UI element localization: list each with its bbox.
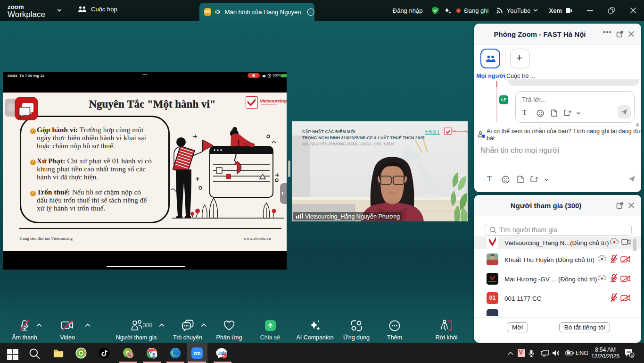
svg-text:FAST: FAST — [425, 129, 441, 134]
svg-text:5: 5 — [631, 354, 633, 358]
svg-text:5+: 5+ — [223, 355, 226, 358]
svg-text:MS. NGUYỄN PHƯƠNG HẰNG. ACCA.: MS. NGUYỄN PHƯƠNG HẰNG. ACCA. CPA. SIRM — [302, 141, 394, 146]
svg-text:CẬP NHẬT CÁC ĐIỂM MỚI: CẬP NHẬT CÁC ĐIỂM MỚI — [302, 129, 355, 134]
svg-text:Vietsourcing_Hằng Nguyễn Phươn: Vietsourcing_Hằng Nguyễn Phương — [305, 213, 400, 220]
svg-text:TRONG NGHỊ ĐỊNH 310/2025/NĐ-CP: TRONG NGHỊ ĐỊNH 310/2025/NĐ-CP & LUẬT TH… — [302, 135, 425, 140]
svg-text:Vietsourcing: Vietsourcing — [453, 130, 468, 133]
